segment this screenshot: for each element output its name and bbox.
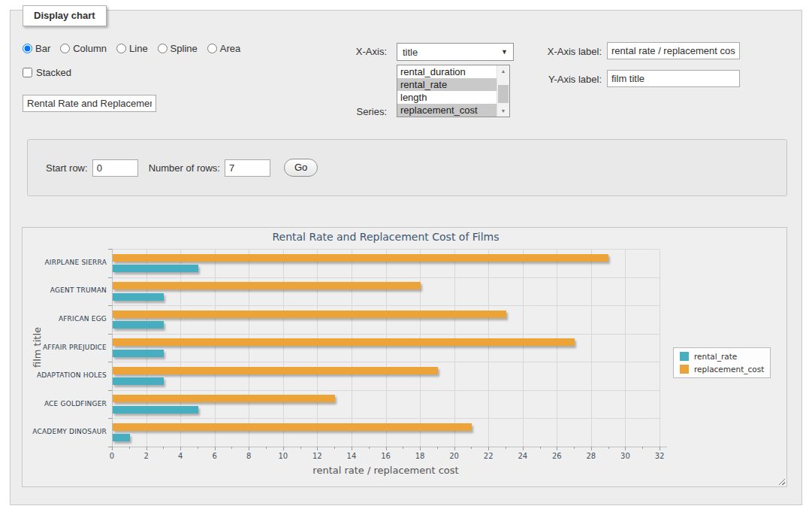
x-axis-tick (540, 447, 541, 449)
gridline-vertical (454, 249, 455, 447)
gridline-horizontal (112, 418, 660, 419)
gridline-vertical (352, 249, 352, 447)
x-axis-tick (523, 447, 524, 450)
x-axis-label-input[interactable] (607, 42, 740, 59)
series-options: rental_durationrental_ratelengthreplacem… (397, 65, 497, 117)
x-axis-tick-label: 10 (268, 452, 298, 460)
x-axis-tick (180, 447, 181, 450)
x-axis-tick (300, 447, 301, 449)
x-axis-tick-label: 22 (473, 452, 503, 460)
stacked-checkbox-row: Stacked (23, 67, 71, 78)
x-axis-tick (591, 447, 592, 450)
bar-rental_rate (113, 293, 164, 301)
x-axis-tick-label: 4 (165, 452, 195, 460)
chart-title-input[interactable] (23, 95, 156, 112)
gridline-vertical (386, 249, 387, 447)
x-axis-select[interactable]: title ▼ (397, 43, 514, 61)
x-axis-tick (506, 447, 506, 449)
y-axis-tick (108, 249, 112, 250)
chart-type-option-bar[interactable]: Bar (23, 43, 50, 54)
x-axis-label-label: X-Axis label: (536, 46, 602, 57)
x-axis-tick (129, 447, 130, 449)
chart-type-radio-area[interactable] (207, 44, 217, 53)
x-axis-tick-label: 16 (371, 452, 401, 460)
legend-swatch-icon (680, 365, 689, 374)
bar-replacement_cost (113, 311, 506, 318)
x-axis-tick (352, 447, 352, 450)
x-axis-tick (146, 447, 147, 450)
chart-type-option-label: Spline (171, 43, 198, 54)
num-rows-input[interactable] (225, 159, 270, 177)
chart-type-option-label: Area (220, 43, 240, 54)
start-row-input[interactable] (92, 159, 138, 177)
x-axis-select-label: X-Axis: (324, 46, 387, 57)
gridline-vertical (557, 249, 557, 447)
chart-type-option-area[interactable]: Area (207, 43, 240, 54)
chart-type-option-label: Column (73, 43, 107, 54)
legend-item-rental_rate[interactable]: rental_rate (680, 352, 764, 361)
scroll-up-icon[interactable]: ▲ (497, 65, 509, 77)
x-axis-tick (317, 447, 318, 450)
chart-type-option-label: Bar (35, 43, 50, 54)
legend-label: replacement_cost (694, 365, 764, 374)
x-axis-tick (215, 447, 216, 450)
series-option-replacement_cost[interactable]: replacement_cost (397, 104, 497, 117)
x-axis-selected-value: title (403, 47, 418, 58)
x-axis-tick-label: 12 (302, 452, 332, 460)
chart-type-radio-bar[interactable] (23, 44, 32, 53)
x-axis-tick (574, 447, 575, 449)
series-option-rental_rate[interactable]: rental_rate (397, 78, 497, 91)
stacked-checkbox[interactable] (23, 68, 32, 77)
series-listbox-scrollbar[interactable]: ▲ ▼ (497, 65, 509, 117)
series-option-rental_duration[interactable]: rental_duration (397, 65, 497, 78)
x-axis-tick (642, 447, 643, 449)
x-axis-tick (420, 447, 421, 450)
x-axis-tick (437, 447, 438, 449)
gridline-vertical (283, 249, 284, 447)
y-axis-label-label: Y-Axis label: (536, 74, 602, 85)
chart-type-option-column[interactable]: Column (60, 43, 107, 54)
x-axis-tick-label: 8 (234, 452, 264, 460)
x-axis-tick (163, 447, 164, 449)
x-axis-tick-label: 6 (200, 452, 230, 460)
gridline-horizontal (112, 305, 660, 306)
gridline-horizontal (112, 277, 660, 278)
y-axis-line (112, 249, 113, 447)
gridline-horizontal (112, 334, 660, 335)
x-axis-tick-label: 14 (337, 452, 367, 460)
chart-type-radio-line[interactable] (116, 44, 126, 53)
go-button[interactable]: Go (284, 159, 318, 177)
series-option-length[interactable]: length (397, 91, 497, 104)
bar-replacement_cost (113, 338, 575, 346)
chart-type-radio-spline[interactable] (158, 44, 168, 53)
scrollbar-thumb[interactable] (498, 85, 509, 103)
bar-replacement_cost (113, 395, 335, 402)
gridline-horizontal (112, 249, 660, 250)
bar-replacement_cost (113, 282, 421, 289)
bar-rental_rate (113, 321, 164, 329)
x-axis-tick (266, 447, 267, 449)
x-axis-tick (198, 447, 198, 449)
chart-type-option-line[interactable]: Line (116, 43, 148, 54)
chart-type-option-label: Line (129, 43, 148, 54)
gridline-vertical (591, 249, 592, 447)
resize-handle-icon[interactable] (777, 477, 785, 485)
legend-swatch-icon (680, 352, 689, 361)
scroll-down-icon[interactable]: ▼ (497, 105, 509, 117)
series-listbox[interactable]: rental_durationrental_ratelengthreplacem… (397, 65, 510, 117)
y-axis-label-input[interactable] (607, 70, 740, 87)
x-axis-tick-label: 0 (97, 452, 127, 460)
bar-rental_rate (113, 350, 164, 357)
x-axis-tick (557, 447, 557, 450)
chart-type-radiogroup: BarColumnLineSplineArea (23, 43, 240, 54)
x-axis-tick-label: 20 (439, 452, 469, 460)
chart-type-option-spline[interactable]: Spline (158, 43, 198, 54)
chart-legend: rental_ratereplacement_cost (673, 347, 771, 378)
y-axis-tick (108, 277, 112, 278)
legend-item-replacement_cost[interactable]: replacement_cost (680, 365, 764, 374)
chart-type-radio-column[interactable] (60, 44, 70, 53)
gridline-vertical (317, 249, 318, 447)
gridline-vertical (488, 249, 489, 447)
x-axis-tick-label: 2 (131, 452, 161, 460)
fieldset-legend: Display chart (23, 5, 107, 26)
